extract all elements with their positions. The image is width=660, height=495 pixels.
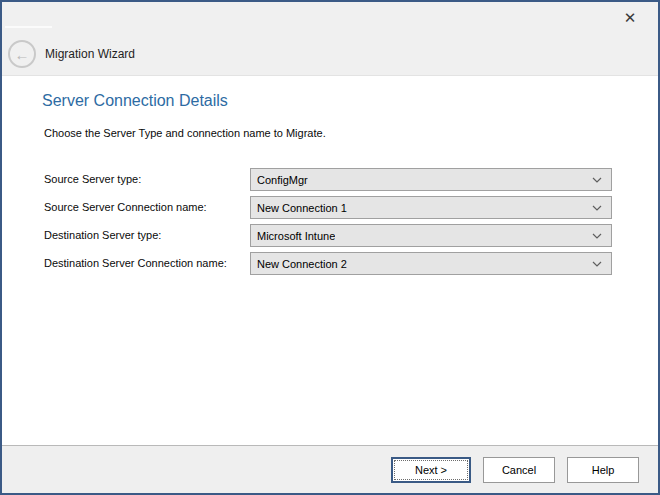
form-row-source-server-type: Source Server type: ConfigMgr: [42, 168, 612, 191]
next-button[interactable]: Next >: [391, 457, 471, 483]
close-button[interactable]: ✕: [618, 6, 642, 28]
chevron-down-icon: [592, 261, 602, 267]
footer-button-bar: Next > Cancel Help: [2, 446, 658, 493]
form-row-destination-server-type: Destination Server type: Microsoft Intun…: [42, 224, 612, 247]
titlebar-highlight: [5, 26, 52, 28]
form-row-source-connection-name: Source Server Connection name: New Conne…: [42, 196, 612, 219]
dropdown-selected-value: ConfigMgr: [257, 174, 308, 186]
dropdown-source-server-type[interactable]: ConfigMgr: [250, 168, 612, 191]
dropdown-selected-value: Microsoft Intune: [257, 230, 335, 242]
chevron-down-icon: [592, 177, 602, 183]
chevron-down-icon: [592, 233, 602, 239]
form-row-destination-connection-name: Destination Server Connection name: New …: [42, 252, 612, 275]
dropdown-source-connection-name[interactable]: New Connection 1: [250, 196, 612, 219]
label-destination-server-type: Destination Server type:: [44, 224, 161, 247]
page-description: Choose the Server Type and connection na…: [44, 127, 326, 139]
label-source-server-type: Source Server type:: [44, 168, 141, 191]
wizard-header: ✕ ← Migration Wizard: [2, 2, 658, 76]
page-heading: Server Connection Details: [42, 92, 228, 110]
chevron-down-icon: [592, 205, 602, 211]
back-button[interactable]: ←: [8, 40, 36, 68]
cancel-button[interactable]: Cancel: [483, 457, 555, 483]
close-icon: ✕: [624, 10, 637, 25]
wizard-title: Migration Wizard: [45, 47, 135, 61]
dropdown-selected-value: New Connection 1: [257, 202, 347, 214]
label-source-connection-name: Source Server Connection name:: [44, 196, 207, 219]
dropdown-destination-server-type[interactable]: Microsoft Intune: [250, 224, 612, 247]
help-button[interactable]: Help: [567, 457, 639, 483]
migration-wizard-window: ✕ ← Migration Wizard Server Connection D…: [0, 0, 660, 495]
label-destination-connection-name: Destination Server Connection name:: [44, 252, 227, 275]
dropdown-selected-value: New Connection 2: [257, 258, 347, 270]
dropdown-destination-connection-name[interactable]: New Connection 2: [250, 252, 612, 275]
arrow-left-icon: ←: [15, 47, 30, 62]
